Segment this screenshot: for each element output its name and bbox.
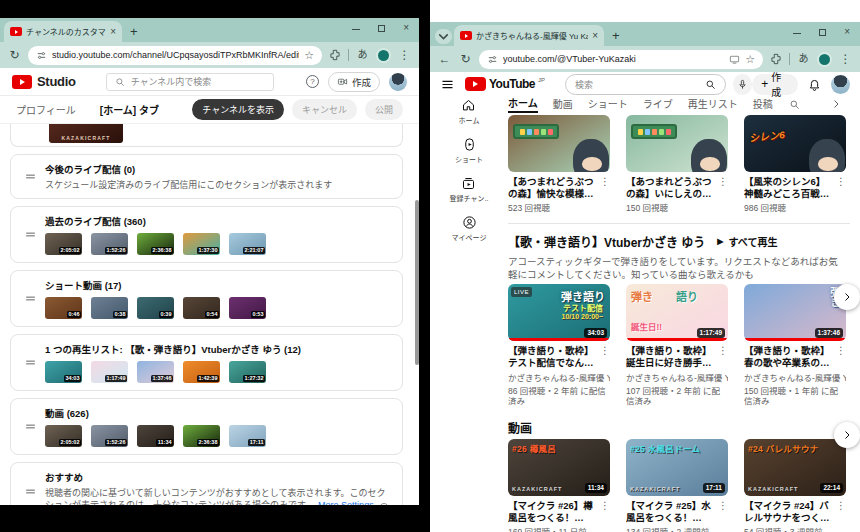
extensions-icon[interactable]	[769, 52, 783, 66]
tab-search-chevron-icon[interactable]	[435, 29, 452, 44]
view-channel-button[interactable]: チャンネルを表示	[192, 99, 284, 120]
drag-handle-icon[interactable]	[15, 292, 45, 305]
video-thumbnail[interactable]: 1:37:46	[137, 361, 174, 383]
drag-handle-icon[interactable]	[15, 228, 45, 241]
more-options-icon[interactable]: ⋮	[718, 345, 728, 369]
youtube-logo[interactable]: YouTube JP	[465, 77, 545, 91]
video-title[interactable]: 【あつまれどうぶつの森】愉快な模様替え...	[508, 176, 598, 200]
video-thumbnail[interactable]: 1:27:32	[229, 361, 266, 383]
browser-menu-icon[interactable]: ⋮	[838, 52, 853, 66]
video-title[interactable]: 【マイクラ #24】バレルサウナをつくる！ Vtuber風輝...	[744, 500, 834, 524]
tabs-overflow-chevron-icon[interactable]	[830, 98, 842, 110]
minimize-icon[interactable]	[352, 26, 360, 30]
more-settings-link[interactable]: More Settings	[318, 500, 374, 505]
tab-home-tab[interactable]: [ホーム] タブ	[100, 102, 159, 117]
video-title[interactable]: 【弾き語り・歌枠】テスト配信でなんか歌う【Vtuber】	[508, 345, 598, 369]
voice-search-button[interactable]	[733, 74, 752, 95]
maximize-icon[interactable]	[378, 25, 385, 32]
studio-logo[interactable]: Studio	[12, 74, 76, 89]
video-title[interactable]: 【マイクラ #26】樽風呂をつくる！ Vtuber風輝優/かざ...	[508, 500, 598, 524]
video-thumbnail[interactable]: シレン6	[744, 115, 846, 172]
video-title[interactable]: 【弾き語り・歌枠】誕生日に好き勝手弾き語る配信...	[626, 345, 716, 369]
drag-handle-icon[interactable]	[15, 485, 45, 498]
close-icon[interactable]: ×	[844, 28, 850, 36]
create-button[interactable]: + 作成	[752, 74, 798, 95]
page-scrollbar[interactable]	[415, 200, 419, 365]
video-thumbnail[interactable]: 弾き語り誕生日!!1:17:49	[626, 284, 728, 341]
playlist-title[interactable]: 【歌・弾き語り】Vtuberかざき ゆう	[508, 233, 705, 250]
video-thumbnail[interactable]: 1:37:30	[183, 233, 220, 255]
channel-search-icon[interactable]	[789, 99, 800, 110]
video-thumbnail[interactable]: #24 バレルサウナKAZAKICRAFT22:14	[744, 439, 846, 496]
sidebar-item-subscriptions[interactable]: 登録チャン..	[450, 176, 489, 203]
maximize-icon[interactable]	[819, 29, 826, 36]
more-options-icon[interactable]: ⋮	[836, 345, 846, 369]
carousel-next-button[interactable]	[834, 284, 860, 310]
cancel-button[interactable]: キャンセル	[292, 99, 357, 120]
more-options-icon[interactable]: ⋮	[600, 500, 610, 524]
channel-tab-1[interactable]: 動画	[553, 97, 573, 112]
search-icon[interactable]	[705, 79, 716, 90]
channel-tab-0[interactable]: ホーム	[508, 96, 538, 113]
video-thumbnail[interactable]: 1:42:39	[183, 361, 220, 383]
drag-handle-icon[interactable]	[15, 356, 45, 369]
more-options-icon[interactable]: ⋮	[836, 500, 846, 524]
more-options-icon[interactable]: ⋮	[600, 176, 610, 200]
video-thumbnail[interactable]: 0:39	[137, 297, 174, 319]
video-thumbnail[interactable]: KAZAKICRAFT	[49, 124, 123, 143]
publish-button[interactable]: 公開	[365, 99, 403, 120]
notifications-bell-icon[interactable]	[807, 77, 822, 92]
video-thumbnail[interactable]: 2:05:02	[45, 425, 82, 447]
sidebar-item-home[interactable]: ホーム	[459, 98, 480, 125]
create-button[interactable]: 作成	[328, 72, 380, 92]
more-options-icon[interactable]: ⋮	[600, 345, 610, 369]
more-options-icon[interactable]: ⋮	[718, 500, 728, 524]
video-thumbnail[interactable]: 0:53	[229, 297, 266, 319]
video-thumbnail[interactable]: 1:17:49	[91, 361, 128, 383]
video-thumbnail[interactable]: 弾き語りテスト配信10/10 20:00~LIVE34:03	[508, 284, 610, 341]
tab-close-icon[interactable]: ×	[110, 26, 116, 37]
video-thumbnail[interactable]	[626, 115, 728, 172]
site-settings-icon[interactable]	[487, 54, 498, 65]
browser-profile-avatar[interactable]	[817, 52, 832, 67]
bookmark-star-icon[interactable]: ☆	[745, 53, 755, 66]
drag-handle-icon[interactable]	[15, 170, 45, 183]
minimize-icon[interactable]	[793, 30, 801, 34]
more-options-icon[interactable]: ⋮	[718, 176, 728, 200]
browser-tab-channel[interactable]: かざきちゃんねる-風輝優 Yu Kazak ×	[454, 25, 604, 46]
video-thumbnail[interactable]: 弾き1:37:46	[744, 284, 846, 341]
extensions-icon[interactable]	[328, 48, 342, 62]
video-thumbnail[interactable]: #25 水風呂ドームKAZAKICRAFT17:11	[626, 439, 728, 496]
studio-search-input[interactable]: チャンネル内で検索	[106, 73, 274, 91]
video-thumbnail[interactable]: 0:38	[91, 297, 128, 319]
video-thumbnail[interactable]: 0:46	[45, 297, 82, 319]
reload-icon[interactable]: ↻	[458, 52, 473, 66]
hamburger-menu-icon[interactable]	[440, 77, 455, 92]
video-thumbnail[interactable]: 2:21:07	[229, 233, 266, 255]
back-icon[interactable]: ←	[437, 52, 452, 66]
left-address-bar[interactable]: studio.youtube.com/channel/UCpqsayosdiTP…	[28, 46, 322, 65]
browser-profile-avatar[interactable]	[376, 48, 391, 63]
close-icon[interactable]: ×	[403, 24, 409, 32]
more-options-icon[interactable]: ⋮	[836, 176, 846, 200]
video-title[interactable]: 【マイクラ #25】水風呂をつくる！ Vtuber風輝優/かざ...	[626, 500, 716, 524]
bookmark-star-icon[interactable]: ☆	[304, 49, 314, 62]
video-thumbnail[interactable]: 2:36:38	[137, 233, 174, 255]
browser-menu-icon[interactable]: ⋮	[397, 48, 412, 62]
browser-tab-studio[interactable]: チャンネルのカスタマイズ - YouTub ×	[4, 21, 122, 42]
sidebar-item-shorts[interactable]: ショート	[455, 137, 483, 164]
youtube-search-input[interactable]: 検索	[565, 74, 726, 95]
play-all-button[interactable]: ▶ すべて再生	[717, 234, 777, 249]
translate-icon[interactable]: あ	[355, 48, 370, 62]
video-title[interactable]: 【あつまれどうぶつの森】いにしえのどう...	[626, 176, 716, 200]
drag-handle-icon[interactable]	[15, 420, 45, 433]
channel-name[interactable]: かざきちゃんねる-風輝優 Yu Kaz..	[744, 373, 846, 383]
channel-tab-4[interactable]: 再生リスト	[688, 97, 738, 112]
tab-profile[interactable]: プロフィール	[16, 102, 76, 117]
video-thumbnail[interactable]: 1:52:26	[91, 233, 128, 255]
new-tab-button[interactable]: +	[130, 26, 138, 38]
video-title[interactable]: 【風来のシレン6】神髄みどころ百戦錬磨チ...	[744, 176, 834, 200]
youtube-avatar[interactable]	[831, 75, 850, 94]
video-thumbnail[interactable]: 2:05:02	[45, 233, 82, 255]
right-address-bar[interactable]: youtube.com/@VTuber-YuKazaki ☆	[479, 50, 763, 69]
